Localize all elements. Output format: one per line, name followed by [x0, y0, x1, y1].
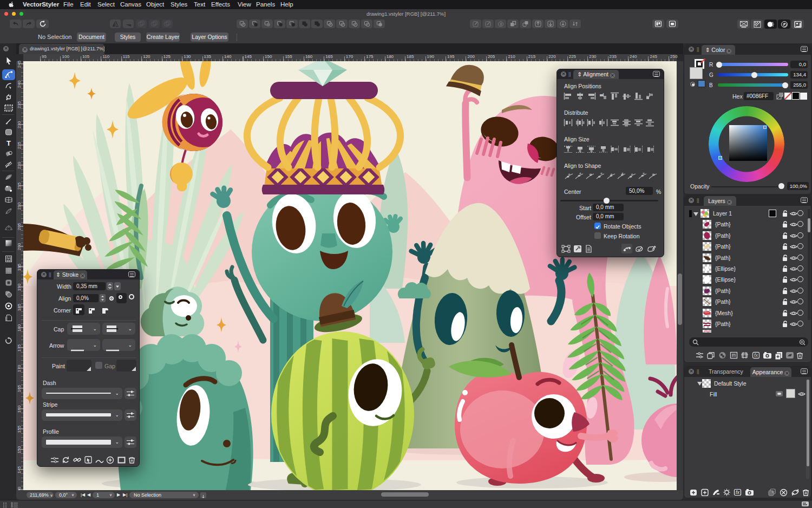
svg-text:fx: fx — [736, 490, 740, 495]
svg-text:a: a — [733, 354, 735, 357]
svg-text:T: T — [6, 140, 11, 147]
svg-text:fx: fx — [754, 353, 758, 358]
